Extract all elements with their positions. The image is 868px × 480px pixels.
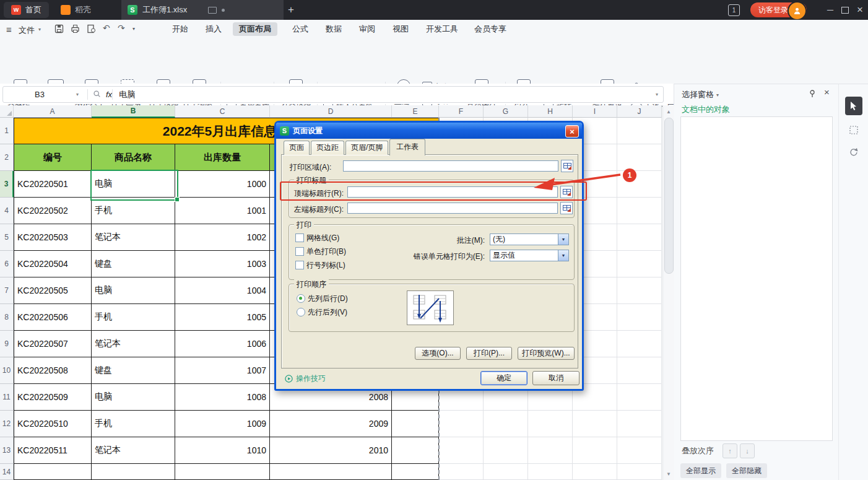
vertical-scrollbar[interactable]: ▲ ▼ <box>662 105 674 480</box>
dropdown-arrow-icon[interactable]: ▼ <box>558 234 568 245</box>
cell[interactable]: KC20220501 <box>14 171 92 198</box>
cell[interactable] <box>617 411 662 437</box>
cell[interactable] <box>617 277 662 304</box>
cell[interactable]: 1004 <box>175 277 270 304</box>
cell[interactable] <box>392 411 439 437</box>
cell[interactable]: 电脑 <box>92 277 175 304</box>
show-all-button[interactable]: 全部显示 <box>680 463 721 478</box>
cell[interactable] <box>484 437 528 464</box>
file-menu-caret-icon[interactable]: ▾ <box>38 27 41 32</box>
print-preview-dialog-button[interactable]: 打印预览(W)... <box>518 347 575 360</box>
options-button[interactable]: 选项(O)... <box>415 347 461 360</box>
hamburger-icon[interactable]: ≡ <box>6 24 12 35</box>
cell[interactable] <box>573 464 617 480</box>
cell[interactable]: 1002 <box>175 224 270 251</box>
zoom-search-icon[interactable] <box>88 90 106 100</box>
print-icon[interactable] <box>71 24 80 35</box>
row-header[interactable]: 12 <box>0 411 14 437</box>
move-down-button[interactable]: ↓ <box>740 443 755 458</box>
dropdown-arrow-icon[interactable]: ▼ <box>558 250 568 261</box>
cell[interactable]: KC20220510 <box>14 411 92 437</box>
cell[interactable]: 笔记本 <box>92 331 175 357</box>
column-header-b[interactable]: B <box>92 105 175 118</box>
column-header-g[interactable]: G <box>484 105 528 118</box>
redo-icon[interactable]: ↷ <box>118 23 125 33</box>
close-button[interactable]: × <box>852 0 868 20</box>
row-header[interactable]: 5 <box>0 224 14 251</box>
object-list[interactable] <box>680 116 833 441</box>
down-then-over-radio[interactable] <box>297 294 305 303</box>
cell[interactable] <box>439 437 484 464</box>
select-cursor-button[interactable] <box>845 97 862 115</box>
over-then-down-radio[interactable] <box>297 308 305 316</box>
dialog-tab-sheet[interactable]: 工作表 <box>389 139 425 155</box>
tab-developer[interactable]: 开发工具 <box>420 22 464 36</box>
column-header-c[interactable]: C <box>175 105 270 118</box>
minimize-button[interactable]: ─ <box>822 0 838 20</box>
header-cell-qty[interactable]: 出库数量 <box>175 144 270 171</box>
cell[interactable]: 1003 <box>175 251 270 277</box>
cell[interactable]: 2010 <box>270 437 392 464</box>
tab-view[interactable]: 视图 <box>386 22 415 36</box>
cell[interactable] <box>14 464 92 480</box>
hide-all-button[interactable]: 全部隐藏 <box>726 463 767 478</box>
dialog-tab-margins[interactable]: 页边距 <box>311 141 344 155</box>
row-header[interactable]: 10 <box>0 357 14 384</box>
column-header-a[interactable]: A <box>14 105 92 118</box>
cell[interactable]: KC20220508 <box>14 357 92 384</box>
row-header[interactable]: 13 <box>0 437 14 464</box>
comments-dropdown[interactable]: (无)▼ <box>490 233 569 245</box>
left-title-range-picker[interactable] <box>560 202 573 214</box>
scroll-up-icon[interactable]: ▲ <box>663 107 674 116</box>
row-col-headings-checkbox[interactable] <box>295 261 304 269</box>
scrollbar-thumb[interactable] <box>664 118 674 274</box>
cell[interactable] <box>439 464 484 480</box>
save-icon[interactable] <box>54 24 64 35</box>
selection-pane-title[interactable]: 选择窗格▾ <box>682 89 719 100</box>
cell[interactable]: KC20220503 <box>14 224 92 251</box>
formula-input[interactable]: 电脑 <box>113 89 656 100</box>
tab-home[interactable]: 开始 <box>166 22 194 36</box>
cell[interactable]: 2009 <box>270 411 392 437</box>
cell[interactable]: 键盘 <box>92 251 175 277</box>
column-header-e[interactable]: E <box>392 105 439 118</box>
cell[interactable] <box>573 437 617 464</box>
tab-data[interactable]: 数据 <box>319 22 348 36</box>
monochrome-checkbox[interactable] <box>295 247 304 256</box>
dialog-title-bar[interactable]: S 页面设置 <box>276 123 582 139</box>
cell[interactable] <box>617 144 662 171</box>
cell[interactable]: KC20220502 <box>14 198 92 224</box>
cell[interactable] <box>617 224 662 251</box>
quickbar-caret-icon[interactable]: ▾ <box>132 26 135 32</box>
column-header-i[interactable]: I <box>573 105 617 118</box>
cell[interactable]: KC20220505 <box>14 277 92 304</box>
file-menu[interactable]: 文件 <box>19 25 35 36</box>
row-header[interactable]: 3 <box>0 171 14 198</box>
ok-button[interactable]: 确定 <box>480 371 527 385</box>
cell[interactable] <box>528 437 573 464</box>
cell[interactable]: 1008 <box>175 384 270 411</box>
cell[interactable]: KC20220506 <box>14 304 92 331</box>
row-header[interactable]: 14 <box>0 464 14 480</box>
new-tab-button[interactable]: + <box>284 2 298 17</box>
row-header[interactable]: 7 <box>0 277 14 304</box>
cell[interactable] <box>617 464 662 480</box>
cell[interactable] <box>528 464 573 480</box>
document-tab[interactable]: S 工作簿1.xlsx <box>121 0 284 20</box>
pin-icon[interactable] <box>808 89 817 100</box>
formula-bar-expand-icon[interactable]: ▾ <box>656 92 663 97</box>
tab-membership[interactable]: 会员专享 <box>468 22 513 36</box>
print-area-range-picker[interactable] <box>561 160 573 172</box>
rotate-tool-icon[interactable] <box>849 147 859 157</box>
cell[interactable] <box>617 304 662 331</box>
row-header[interactable]: 8 <box>0 304 14 331</box>
cell[interactable]: KC20220509 <box>14 384 92 411</box>
select-all-corner[interactable] <box>0 105 14 118</box>
undo-icon[interactable]: ↶ <box>103 23 110 33</box>
print-button[interactable]: 打印(P)... <box>466 347 512 360</box>
cell[interactable]: 电脑 <box>92 384 175 411</box>
cell[interactable]: 手机 <box>92 198 175 224</box>
dialog-close-button[interactable]: × <box>565 125 579 137</box>
fx-button[interactable]: fx <box>106 90 112 99</box>
left-title-col-input[interactable] <box>347 203 558 214</box>
